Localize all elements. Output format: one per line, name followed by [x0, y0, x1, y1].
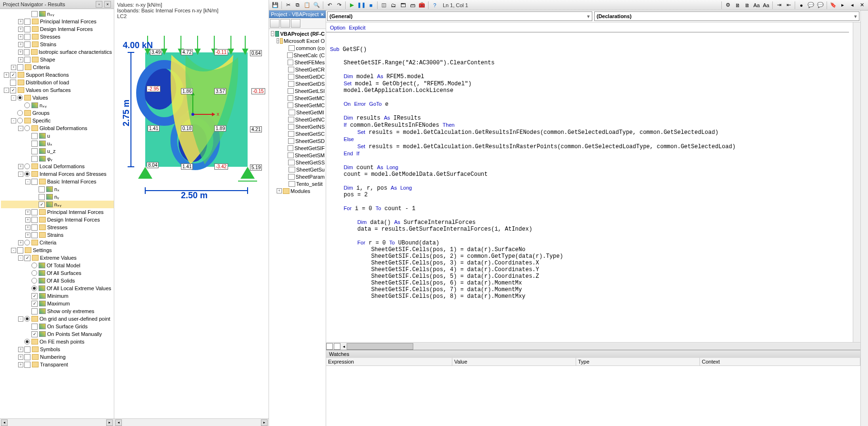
checkbox-icon[interactable]: ✓	[10, 87, 16, 93]
project-tree-item[interactable]: SheetGetSM	[270, 152, 325, 159]
comment-icon[interactable]: 💬	[807, 1, 815, 10]
expand-icon[interactable]: -	[18, 172, 23, 177]
tree-item[interactable]: -Values	[1, 94, 114, 101]
undo-icon[interactable]: ↶	[325, 1, 334, 10]
checkbox-icon[interactable]	[31, 217, 38, 223]
checkbox-icon[interactable]: ✓	[24, 255, 30, 261]
watch-col-type[interactable]: Type	[576, 358, 700, 365]
clear-bm-icon[interactable]: ✕	[858, 1, 866, 10]
tree-item[interactable]: -Specific	[1, 117, 114, 124]
checkbox-icon[interactable]	[24, 57, 30, 63]
checkbox-icon[interactable]	[31, 133, 38, 139]
tree-item[interactable]: +Transparent	[1, 361, 114, 368]
checkbox-icon[interactable]	[17, 64, 23, 71]
tree-item[interactable]: +Stresses	[1, 33, 114, 41]
copy-icon[interactable]: ⧉	[293, 1, 302, 10]
radio-icon[interactable]	[31, 270, 37, 276]
tree-item[interactable]: Of Total Model	[1, 262, 114, 269]
cut-icon[interactable]: ✂	[284, 1, 292, 10]
tree-item[interactable]: Show only extremes	[1, 307, 114, 315]
watch-col-expression[interactable]: Expression	[326, 358, 452, 365]
close-button[interactable]: ×	[104, 1, 111, 8]
next-bm-icon[interactable]: ▸	[838, 1, 847, 10]
checkbox-icon[interactable]	[24, 41, 30, 48]
checkbox-icon[interactable]	[17, 247, 23, 254]
expand-icon[interactable]: -	[11, 118, 16, 123]
checkbox-icon[interactable]: ✓	[31, 301, 38, 307]
browser-icon[interactable]: 🗃	[408, 1, 417, 10]
procedure-dropdown[interactable]: (Declarations)	[594, 11, 859, 21]
radio-icon[interactable]	[24, 102, 30, 108]
tree-item[interactable]: Of All Solids	[1, 277, 114, 284]
checkbox-icon[interactable]	[31, 209, 38, 215]
scroll-left-icon[interactable]: ◂	[1, 419, 8, 426]
tree-item[interactable]: +Criteria	[1, 63, 114, 71]
project-tree-item[interactable]: SheetFEMes	[270, 59, 325, 66]
expand-icon[interactable]: +	[18, 27, 23, 32]
expand-icon[interactable]: -	[18, 255, 23, 261]
project-tree-item[interactable]: SheetGetMC	[270, 94, 325, 101]
tree-item[interactable]: +Principal Internal Forces	[1, 208, 114, 216]
tree-item[interactable]: ✓Maximum	[1, 300, 114, 307]
expand-icon[interactable]: +	[4, 72, 9, 78]
navigator-hscroll[interactable]: ◂ ▸	[0, 418, 114, 426]
tree-item[interactable]: nₓᵧ	[1, 10, 114, 18]
tree-item[interactable]: +Local Deformations	[1, 162, 114, 170]
checkbox-icon[interactable]	[39, 186, 45, 193]
view-object-icon[interactable]	[280, 19, 290, 28]
expand-icon[interactable]: -	[18, 126, 23, 131]
checkbox-icon[interactable]	[24, 19, 30, 25]
breakpoint-icon[interactable]: ●	[797, 1, 806, 10]
tree-item[interactable]: nₓᵧ	[1, 101, 114, 109]
code-vscroll[interactable]	[853, 22, 860, 342]
tool-icon[interactable]: Aa	[762, 1, 770, 10]
expand-icon[interactable]: +	[18, 355, 23, 360]
checkbox-icon[interactable]	[31, 11, 38, 17]
project-tree-item[interactable]: -Microsoft Excel O	[270, 37, 325, 44]
expand-icon[interactable]: +	[18, 164, 23, 169]
tree-item[interactable]: -Settings	[1, 246, 114, 254]
run-icon[interactable]: ▶	[348, 1, 356, 10]
expand-icon[interactable]: +	[18, 362, 23, 367]
tree-item[interactable]: +Strains	[1, 231, 114, 239]
tree-item[interactable]: ✓On Points Set Manually	[1, 330, 114, 338]
scroll-right-icon[interactable]: ▸	[106, 419, 113, 426]
project-tree-item[interactable]: SheetGetDS	[270, 80, 325, 87]
tree-item[interactable]: Distribution of load	[1, 79, 114, 86]
expand-icon[interactable]: +	[18, 57, 23, 62]
tree-item[interactable]: Of All Surfaces	[1, 269, 114, 277]
checkbox-icon[interactable]: ✓	[31, 293, 38, 299]
expand-icon[interactable]: +	[18, 50, 23, 55]
watches-body[interactable]	[326, 366, 860, 426]
expand-icon[interactable]: +	[18, 347, 23, 352]
bookmark-icon[interactable]: 🔖	[829, 1, 838, 10]
expand-icon[interactable]: -	[277, 38, 279, 43]
reset-icon[interactable]: ■	[367, 1, 375, 10]
expand-icon[interactable]: +	[18, 34, 23, 40]
checkbox-icon[interactable]	[31, 308, 38, 314]
expand-icon[interactable]: +	[25, 233, 30, 238]
checkbox-icon[interactable]	[31, 324, 38, 330]
expand-icon[interactable]: +	[18, 42, 23, 47]
checkbox-icon[interactable]	[31, 148, 38, 154]
save-icon[interactable]: 💾	[271, 1, 279, 10]
project-tree-item[interactable]: Tento_sešit	[270, 180, 325, 187]
tree-item[interactable]: -Internal Forces and Stresses	[1, 170, 114, 178]
project-tree-item[interactable]: SheetGetSS	[270, 159, 325, 166]
tool-icon[interactable]: 🗎	[743, 1, 751, 10]
radio-icon[interactable]	[24, 240, 30, 245]
checkbox-icon[interactable]: ✓	[31, 331, 38, 337]
checkbox-icon[interactable]	[39, 194, 45, 200]
project-tree-item[interactable]: SheetGetSC	[270, 130, 325, 137]
radio-icon[interactable]	[31, 278, 37, 284]
radio-icon[interactable]	[24, 125, 30, 131]
design-icon[interactable]: ◫	[379, 1, 388, 10]
radio-icon[interactable]	[31, 263, 37, 268]
expand-icon[interactable]: +	[25, 217, 30, 223]
expand-icon[interactable]: +	[18, 19, 23, 24]
expand-icon[interactable]: -	[18, 316, 23, 322]
radio-icon[interactable]	[24, 163, 30, 169]
project-tree-item[interactable]: SheetGetCR	[270, 66, 325, 73]
project-tree-item[interactable]: SheetGetLSI	[270, 87, 325, 94]
tree-item[interactable]: +Criteria	[1, 239, 114, 246]
